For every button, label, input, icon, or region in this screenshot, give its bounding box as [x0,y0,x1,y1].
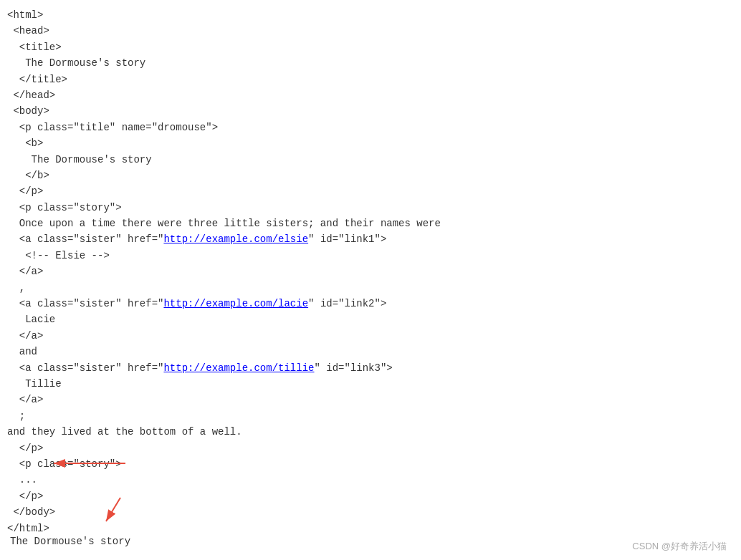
link3[interactable]: http://example.com/tillie [163,362,314,374]
code-line: ; [0,408,741,424]
svg-line-3 [106,498,120,521]
code-line-link1: <a class="sister" href="http://example.c… [0,231,741,247]
code-line: </p> [0,183,741,199]
link1[interactable]: http://example.com/elsie [163,233,308,245]
code-line: , [0,280,741,296]
code-line: <title> [0,39,741,55]
arrow2-annotation [99,494,135,530]
code-line: </a> [0,392,741,407]
code-line: </a> [0,328,741,344]
code-line: </a> [0,264,741,279]
code-line: and [0,344,741,359]
code-line-link2: <a class="sister" href="http://example.c… [0,296,741,312]
code-line: <p class="title" name="dromouse"> [0,120,741,135]
bottom-result-text: The Dormouse's story [10,536,130,547]
watermark: CSDN @好奇养活小猫 [632,540,727,553]
code-line: Lacie [0,312,741,327]
code-line: <!-- Elsie --> [0,248,741,264]
code-line: </title> [0,72,741,87]
code-line: The Dormouse's story [0,55,741,71]
arrow1-annotation [47,453,133,474]
code-line-link3: <a class="sister" href="http://example.c… [0,360,741,376]
code-line: <head> [0,23,741,39]
link2[interactable]: http://example.com/lacie [163,298,308,309]
code-line: <b> [0,135,741,151]
code-line: The Dormouse's story [0,152,741,168]
code-line: </head> [0,87,741,103]
code-line: <body> [0,103,741,119]
code-line: </b> [0,168,741,183]
code-line: and they lived at the bottom of a well. [0,424,741,440]
code-line: ... [0,472,741,488]
code-line: <html> [0,7,741,23]
code-line: <p class="story"> [0,200,741,216]
code-line: Once upon a time there were three little… [0,216,741,231]
code-line: Tillie [0,376,741,392]
